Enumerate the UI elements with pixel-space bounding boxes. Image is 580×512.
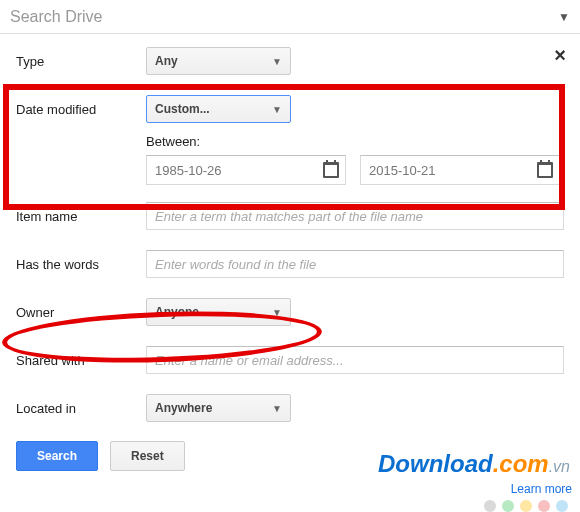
chevron-down-icon: ▼ <box>272 56 282 67</box>
dropdown-owner[interactable]: Anyone ▼ <box>146 298 291 326</box>
dropdown-type[interactable]: Any ▼ <box>146 47 291 75</box>
dropdown-located-in[interactable]: Anywhere ▼ <box>146 394 291 422</box>
date-row: 1985-10-26 2015-10-21 <box>146 155 564 185</box>
watermark-part2: .com <box>493 450 549 477</box>
search-button-label: Search <box>37 449 77 463</box>
reset-button[interactable]: Reset <box>110 441 185 471</box>
dropdown-owner-value: Anyone <box>155 305 199 319</box>
date-from-input[interactable]: 1985-10-26 <box>146 155 346 185</box>
dot-icon <box>520 500 532 512</box>
close-icon[interactable]: × <box>554 44 566 67</box>
row-owner: Owner Anyone ▼ <box>16 297 564 327</box>
label-item-name: Item name <box>16 209 146 224</box>
label-has-words: Has the words <box>16 257 146 272</box>
search-bar[interactable]: Search Drive ▼ <box>0 0 580 34</box>
reset-button-label: Reset <box>131 449 164 463</box>
input-item-name[interactable] <box>146 202 564 230</box>
date-from-value: 1985-10-26 <box>155 163 323 178</box>
input-has-words[interactable] <box>146 250 564 278</box>
chevron-down-icon: ▼ <box>272 104 282 115</box>
date-to-value: 2015-10-21 <box>369 163 537 178</box>
search-button[interactable]: Search <box>16 441 98 471</box>
label-date-modified: Date modified <box>16 102 146 117</box>
row-located-in: Located in Anywhere ▼ <box>16 393 564 423</box>
dropdown-type-value: Any <box>155 54 178 68</box>
dropdown-date-modified[interactable]: Custom... ▼ <box>146 95 291 123</box>
row-has-words: Has the words <box>16 249 564 279</box>
calendar-icon[interactable] <box>323 162 339 178</box>
date-range-block: Between: 1985-10-26 2015-10-21 <box>146 134 564 185</box>
dot-icon <box>556 500 568 512</box>
watermark-part1: Download <box>378 450 493 477</box>
chevron-down-icon: ▼ <box>272 307 282 318</box>
row-date-modified: Date modified Custom... ▼ <box>16 94 564 124</box>
label-between: Between: <box>146 134 564 149</box>
learn-more-link[interactable]: Learn more <box>511 482 572 496</box>
input-shared-with[interactable] <box>146 346 564 374</box>
dot-icon <box>484 500 496 512</box>
label-located-in: Located in <box>16 401 146 416</box>
watermark-part3: .vn <box>549 458 570 475</box>
dropdown-located-value: Anywhere <box>155 401 212 415</box>
row-type: Type Any ▼ <box>16 46 564 76</box>
chevron-down-icon: ▼ <box>272 403 282 414</box>
date-to-input[interactable]: 2015-10-21 <box>360 155 560 185</box>
label-shared-with: Shared with <box>16 353 146 368</box>
decorative-dots <box>484 500 568 512</box>
calendar-icon[interactable] <box>537 162 553 178</box>
watermark-logo: Download.com.vn <box>378 450 570 478</box>
search-placeholder: Search Drive <box>10 8 558 26</box>
dot-icon <box>502 500 514 512</box>
row-shared-with: Shared with <box>16 345 564 375</box>
advanced-search-panel: × Type Any ▼ Date modified Custom... ▼ B… <box>0 34 580 471</box>
label-owner: Owner <box>16 305 146 320</box>
label-type: Type <box>16 54 146 69</box>
row-item-name: Item name <box>16 201 564 231</box>
dot-icon <box>538 500 550 512</box>
search-options-caret-icon[interactable]: ▼ <box>558 10 570 24</box>
dropdown-date-modified-value: Custom... <box>155 102 210 116</box>
